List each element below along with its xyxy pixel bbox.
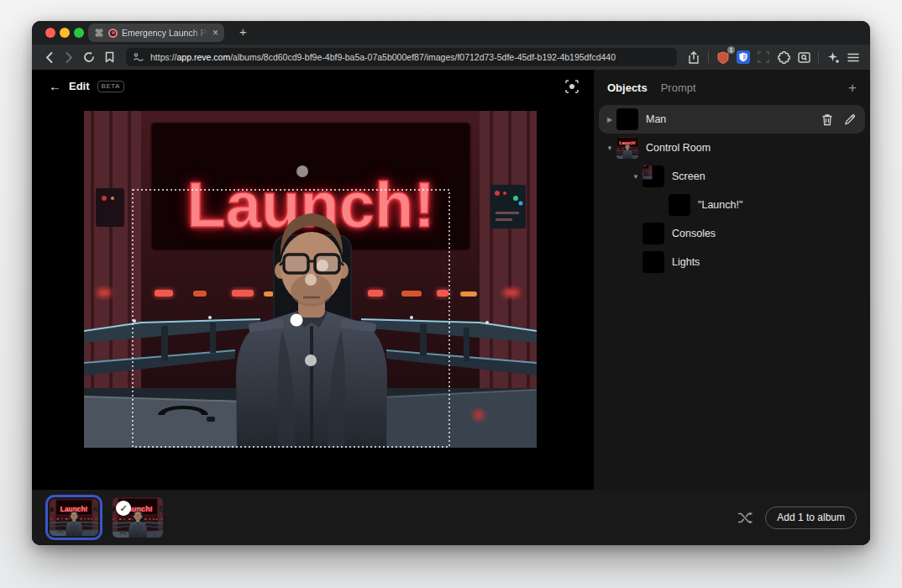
back-icon[interactable] xyxy=(40,49,57,66)
tab-objects[interactable]: Objects xyxy=(607,81,648,94)
generation-thumbnail-selected[interactable] xyxy=(45,495,102,540)
focus-select-icon[interactable] xyxy=(564,78,580,95)
object-label: "Launch!" xyxy=(698,199,742,211)
canvas-area: ← Edit BETA xyxy=(32,70,594,490)
bookmark-icon[interactable] xyxy=(101,49,118,66)
tree-row-consoles[interactable]: Consoles xyxy=(599,219,865,248)
screenshot-frame-icon[interactable] xyxy=(755,49,772,66)
object-thumbnail-launch xyxy=(669,194,690,216)
generation-thumbnail-checked[interactable]: ✓ xyxy=(113,497,163,538)
control-room-image xyxy=(84,111,537,448)
disclosure-expanded-icon[interactable]: ▼ xyxy=(603,144,616,152)
beta-badge: BETA xyxy=(97,81,124,92)
object-label: Screen xyxy=(672,171,705,182)
toolbar-separator xyxy=(708,51,709,63)
tab-title: Emergency Launch Protoco xyxy=(122,28,208,38)
menu-icon[interactable] xyxy=(845,49,862,66)
object-thumbnail-lights xyxy=(642,251,664,273)
panel-header: Objects Prompt + xyxy=(594,70,870,103)
url-text: https://app.reve.com/albums/8cd60cd9-bf9… xyxy=(150,52,616,62)
zoom-window-button[interactable] xyxy=(74,28,84,38)
disclosure-collapsed-icon[interactable]: ▶ xyxy=(603,116,616,123)
add-object-button[interactable]: + xyxy=(848,81,857,95)
minimize-window-button[interactable] xyxy=(60,28,70,38)
shield-badge-count: 1 xyxy=(727,46,735,54)
toolbar-separator xyxy=(818,51,819,63)
objects-panel: Objects Prompt + ▶Man▼Control Room▼Scree… xyxy=(594,70,870,490)
browser-tab[interactable]: Emergency Launch Protoco × xyxy=(88,24,224,42)
share-icon[interactable] xyxy=(685,49,702,66)
object-label: Consoles xyxy=(672,228,716,239)
url-bar[interactable]: https://app.reve.com/albums/8cd60cd9-bf9… xyxy=(126,48,677,66)
edited-image[interactable] xyxy=(84,111,537,448)
password-shield-icon[interactable] xyxy=(735,49,752,66)
row-actions xyxy=(821,113,865,126)
reload-icon[interactable] xyxy=(81,49,97,66)
tab-bar: Emergency Launch Protoco × + xyxy=(32,21,870,45)
tab-close-icon[interactable]: × xyxy=(212,28,218,38)
forward-icon[interactable] xyxy=(60,49,77,66)
object-label: Man xyxy=(646,113,666,125)
object-label: Control Room xyxy=(646,142,711,154)
close-window-button[interactable] xyxy=(45,28,55,38)
adblock-shield-icon[interactable]: 1 xyxy=(715,49,732,66)
edit-header: ← Edit BETA xyxy=(49,79,124,93)
sparkle-icon[interactable] xyxy=(825,49,842,66)
tree-row-screen[interactable]: ▼Screen xyxy=(599,162,865,191)
new-tab-button[interactable]: + xyxy=(239,24,247,39)
tree-row-man[interactable]: ▶Man xyxy=(599,105,865,134)
add-to-album-button[interactable]: Add 1 to album xyxy=(765,507,857,529)
sidebar-search-icon[interactable] xyxy=(795,49,812,66)
edit-icon[interactable] xyxy=(844,113,857,126)
site-shield-icon[interactable] xyxy=(133,49,144,66)
back-arrow-icon[interactable]: ← xyxy=(49,79,61,93)
tree-row-lights[interactable]: Lights xyxy=(599,248,865,276)
tab-prompt[interactable]: Prompt xyxy=(661,81,696,94)
page-title: Edit xyxy=(69,80,90,92)
bottom-bar: ✓ Add 1 to album xyxy=(32,490,870,545)
tab-recording-indicator-icon xyxy=(108,29,118,38)
object-tree: ▶Man▼Control Room▼Screen"Launch!"Console… xyxy=(594,103,870,278)
object-thumbnail-consoles xyxy=(642,223,664,244)
disclosure-expanded-icon[interactable]: ▼ xyxy=(629,173,642,181)
reve-app: ← Edit BETA Objects Prompt xyxy=(32,70,870,545)
shuffle-icon[interactable] xyxy=(737,510,753,526)
reve-favicon-icon xyxy=(94,28,104,38)
tree-row-control-room[interactable]: ▼Control Room xyxy=(599,134,865,162)
object-thumbnail-control-room xyxy=(616,137,638,159)
object-label: Lights xyxy=(672,256,700,268)
extensions-icon[interactable] xyxy=(775,49,792,66)
tree-row-launch[interactable]: "Launch!" xyxy=(599,191,865,219)
delete-icon[interactable] xyxy=(821,113,834,126)
object-thumbnail-screen xyxy=(642,165,664,187)
navigation-bar: https://app.reve.com/albums/8cd60cd9-bf9… xyxy=(32,45,870,70)
browser-window: Emergency Launch Protoco × + https://app… xyxy=(32,21,870,545)
object-thumbnail-man xyxy=(616,108,638,130)
checkmark-icon: ✓ xyxy=(116,501,131,516)
